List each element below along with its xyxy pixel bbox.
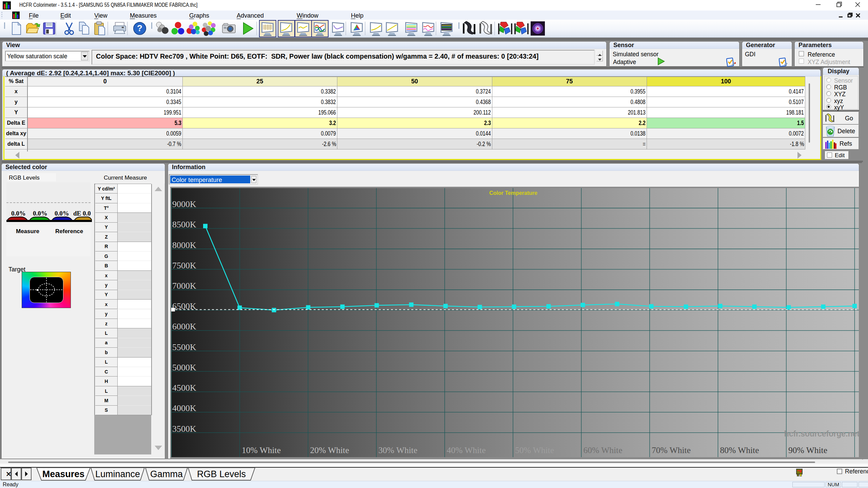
svg-text:Gamma: Gamma: [150, 469, 183, 479]
svg-text:20% White: 20% White: [310, 445, 349, 455]
svg-text:5000K: 5000K: [172, 363, 196, 372]
svg-text:hcfr.sourceforge.net: hcfr.sourceforge.net: [784, 429, 860, 438]
svg-text:60% White: 60% White: [584, 445, 623, 455]
svg-text:40% White: 40% White: [447, 445, 486, 455]
svg-text:10% White: 10% White: [242, 445, 281, 455]
svg-text:4000K: 4000K: [172, 403, 196, 413]
svg-text:9000K: 9000K: [172, 199, 196, 209]
svg-text:30% White: 30% White: [378, 445, 417, 455]
svg-text:90% White: 90% White: [788, 445, 827, 455]
svg-text:8500K: 8500K: [172, 220, 196, 229]
svg-text:8000K: 8000K: [172, 240, 196, 250]
svg-text:Measures: Measures: [42, 469, 85, 479]
svg-text:3500K: 3500K: [172, 424, 196, 434]
svg-text:5500K: 5500K: [172, 342, 196, 352]
svg-text:RGB Levels: RGB Levels: [197, 469, 246, 479]
svg-text:Luminance: Luminance: [95, 469, 140, 479]
svg-text:4500K: 4500K: [172, 383, 196, 393]
svg-text:Color Temperature: Color Temperature: [489, 190, 537, 196]
svg-text:80% White: 80% White: [720, 445, 759, 455]
svg-text:7500K: 7500K: [172, 261, 196, 270]
svg-text:70% White: 70% White: [652, 445, 691, 455]
svg-text:6000K: 6000K: [172, 322, 196, 331]
svg-text:Reference: Reference: [845, 468, 868, 475]
svg-text:✕: ✕: [6, 470, 12, 478]
svg-text:50% White: 50% White: [515, 445, 554, 455]
svg-text:?: ?: [137, 23, 142, 33]
svg-text:7000K: 7000K: [172, 281, 196, 291]
